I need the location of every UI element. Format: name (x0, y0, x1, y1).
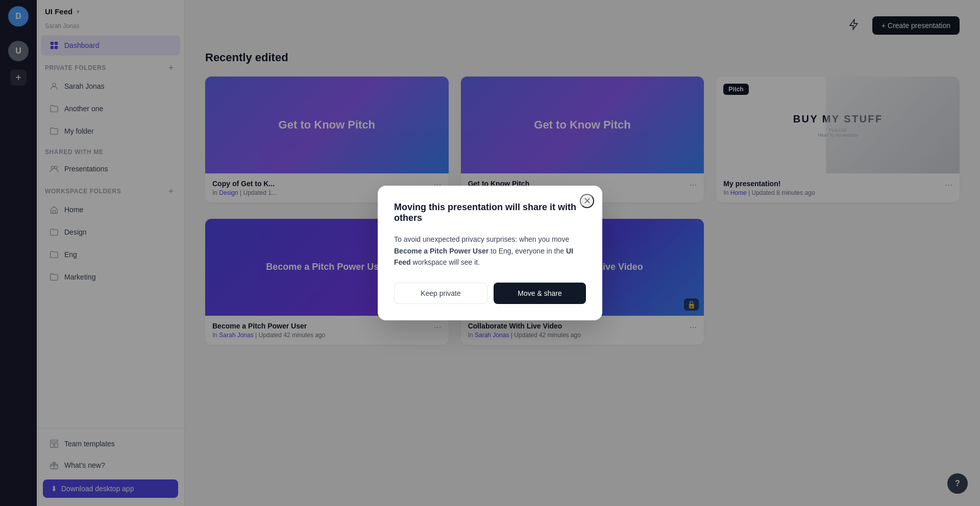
modal-body: To avoid unexpected privacy surprises: w… (394, 234, 586, 268)
modal-dialog: ✕ Moving this presentation will share it… (378, 186, 602, 320)
move-share-button[interactable]: Move & share (494, 283, 586, 304)
modal-close-button[interactable]: ✕ (580, 194, 594, 208)
modal-body-text2: to Eng, everyone in the (488, 247, 566, 255)
modal-overlay[interactable]: ✕ Moving this presentation will share it… (0, 0, 980, 506)
modal-title: Moving this presentation will share it w… (394, 202, 586, 223)
modal-body-text3: workspace will see it. (411, 258, 480, 266)
modal-actions: Keep private Move & share (394, 283, 586, 304)
modal-body-text1: To avoid unexpected privacy surprises: w… (394, 235, 569, 243)
keep-private-button[interactable]: Keep private (394, 283, 487, 304)
modal-body-bold1: Become a Pitch Power User (394, 247, 488, 255)
